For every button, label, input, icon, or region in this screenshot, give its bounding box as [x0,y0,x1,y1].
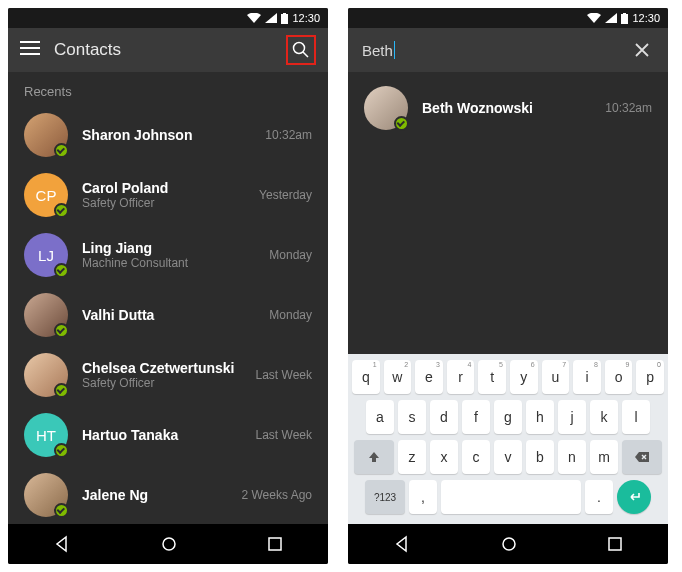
period-key[interactable]: . [585,480,613,514]
contact-time: Yesterday [259,188,312,202]
key-r[interactable]: r4 [447,360,475,394]
contact-row[interactable]: CPCarol PolandSafety OfficerYesterday [8,165,328,225]
battery-icon [281,13,288,24]
status-bar: 12:30 [8,8,328,28]
contact-list[interactable]: Sharon Johnson10:32amCPCarol PolandSafet… [8,105,328,524]
key-z[interactable]: z [398,440,426,474]
contact-name: Sharon Johnson [82,127,251,143]
back-button[interactable] [393,535,411,553]
key-v[interactable]: v [494,440,522,474]
overview-button[interactable] [267,536,283,552]
contact-row[interactable]: Valhi DuttaMonday [8,285,328,345]
key-u[interactable]: u7 [542,360,570,394]
key-w[interactable]: w2 [384,360,412,394]
key-g[interactable]: g [494,400,522,434]
symbols-key[interactable]: ?123 [365,480,405,514]
signal-icon [265,13,277,23]
contact-subtitle: Safety Officer [82,196,245,210]
phone-contacts: 12:30 Contacts Recents Sharon Johnson10:… [8,8,328,564]
presence-available-icon [394,116,409,131]
android-nav [348,524,668,564]
contact-name: Ling Jiang [82,240,255,256]
key-b[interactable]: b [526,440,554,474]
contact-time: 10:32am [265,128,312,142]
contact-info: Beth Woznowski [422,100,591,116]
contact-time: Monday [269,248,312,262]
search-input[interactable]: Beth [362,41,620,59]
wifi-icon [587,13,601,23]
key-t[interactable]: t5 [478,360,506,394]
contact-row[interactable]: HTHartuo TanakaLast Week [8,405,328,465]
key-e[interactable]: e3 [415,360,443,394]
soft-keyboard: q1w2e3r4t5y6u7i8o9p0 asdfghjkl zxcvbnm ?… [348,354,668,524]
key-f[interactable]: f [462,400,490,434]
text-cursor [394,41,396,59]
svg-rect-4 [269,538,281,550]
home-button[interactable] [500,535,518,553]
page-title: Contacts [54,40,272,60]
contact-info: Valhi Dutta [82,307,255,323]
presence-available-icon [54,383,69,398]
key-p[interactable]: p0 [636,360,664,394]
presence-available-icon [54,323,69,338]
key-y[interactable]: y6 [510,360,538,394]
key-a[interactable]: a [366,400,394,434]
status-bar: 12:30 [348,8,668,28]
header: Contacts [8,28,328,72]
contact-row[interactable]: Sharon Johnson10:32am [8,105,328,165]
key-q[interactable]: q1 [352,360,380,394]
avatar: HT [24,413,68,457]
back-button[interactable] [53,535,71,553]
svg-point-2 [294,43,305,54]
contact-time: Last Week [256,368,312,382]
home-button[interactable] [160,535,178,553]
key-l[interactable]: l [622,400,650,434]
contact-name: Valhi Dutta [82,307,255,323]
svg-rect-0 [281,14,288,24]
avatar [24,113,68,157]
key-c[interactable]: c [462,440,490,474]
backspace-icon [634,451,650,463]
enter-key[interactable] [617,480,651,514]
svg-rect-1 [283,13,286,14]
contact-row[interactable]: Chelsea CzetwertunskiSafety OfficerLast … [8,345,328,405]
contact-subtitle: Machine Consultant [82,256,255,270]
key-h[interactable]: h [526,400,554,434]
avatar [24,473,68,517]
key-n[interactable]: n [558,440,586,474]
key-d[interactable]: d [430,400,458,434]
key-i[interactable]: i8 [573,360,601,394]
battery-icon [621,13,628,24]
backspace-key[interactable] [622,440,662,474]
contact-info: Carol PolandSafety Officer [82,180,245,210]
section-recents-label: Recents [8,72,328,105]
contact-info: Sharon Johnson [82,127,251,143]
contact-info: Hartuo Tanaka [82,427,242,443]
close-icon [634,42,650,58]
contact-subtitle: Safety Officer [82,376,242,390]
search-button[interactable] [286,35,316,65]
space-key[interactable] [441,480,581,514]
key-s[interactable]: s [398,400,426,434]
signal-icon [605,13,617,23]
svg-point-3 [163,538,175,550]
overview-button[interactable] [607,536,623,552]
key-x[interactable]: x [430,440,458,474]
comma-key[interactable]: , [409,480,437,514]
status-time: 12:30 [292,12,320,24]
clear-search-button[interactable] [630,38,654,62]
menu-button[interactable] [20,41,40,59]
key-k[interactable]: k [590,400,618,434]
result-row[interactable]: Beth Woznowski 10:32am [348,78,668,138]
key-j[interactable]: j [558,400,586,434]
svg-rect-5 [621,14,628,24]
key-o[interactable]: o9 [605,360,633,394]
shift-key[interactable] [354,440,394,474]
contact-name: Beth Woznowski [422,100,591,116]
key-m[interactable]: m [590,440,618,474]
avatar [24,353,68,397]
svg-rect-8 [609,538,621,550]
contact-name: Carol Poland [82,180,245,196]
contact-row[interactable]: Jalene Ng2 Weeks Ago [8,465,328,524]
contact-row[interactable]: LJLing JiangMachine ConsultantMonday [8,225,328,285]
